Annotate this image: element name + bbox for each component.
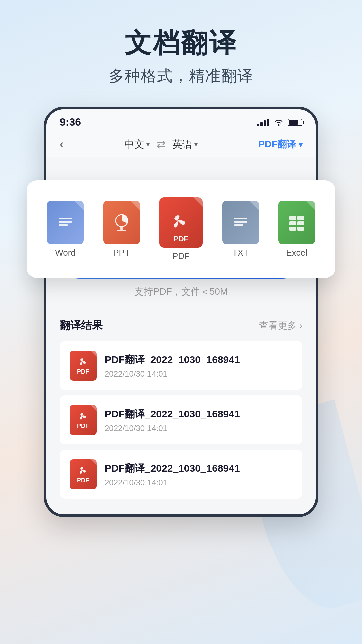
svg-rect-8 <box>234 221 247 223</box>
results-title: 翻译结果 <box>60 318 103 333</box>
svg-rect-7 <box>234 218 247 219</box>
status-bar: 9:36 <box>46 109 316 132</box>
result-name: PDF翻译_2022_1030_168941 <box>105 407 292 421</box>
pdf-label: PDF <box>172 251 190 261</box>
signal-icon <box>257 118 269 126</box>
svg-rect-3 <box>59 224 68 226</box>
txt-lines-icon <box>232 216 249 229</box>
back-button[interactable]: ‹ <box>60 137 64 151</box>
svg-rect-13 <box>297 221 304 225</box>
pdf-acrobat-icon <box>78 356 88 367</box>
result-name: PDF翻译_2022_1030_168941 <box>105 353 292 367</box>
svg-rect-12 <box>289 221 296 225</box>
result-item[interactable]: PDF PDF翻译_2022_1030_168941 2022/10/30 14… <box>60 395 302 444</box>
results-more-button[interactable]: 查看更多 › <box>259 319 302 332</box>
file-type-excel[interactable]: Excel <box>278 201 315 258</box>
nav-bar: ‹ 中文 ▾ ⇄ 英语 ▾ PDF翻译 ▾ <box>46 132 316 157</box>
signal-bar-2 <box>260 122 263 126</box>
status-time: 9:36 <box>60 116 81 128</box>
result-date: 2022/10/30 14:01 <box>105 424 292 433</box>
page-title: 文档翻译 <box>0 27 362 59</box>
word-icon-shape <box>47 201 84 244</box>
swap-icon[interactable]: ⇄ <box>157 138 166 151</box>
word-label: Word <box>55 248 76 258</box>
file-types-row: Word PPT <box>47 197 315 261</box>
battery-icon <box>288 119 302 126</box>
pdf-acrobat-icon <box>78 465 88 476</box>
target-lang-selector[interactable]: 英语 ▾ <box>172 138 198 151</box>
svg-rect-6 <box>117 230 126 231</box>
nav-action-button[interactable]: PDF翻译 ▾ <box>258 138 302 151</box>
pdf-icon-shape: PDF <box>159 197 203 248</box>
svg-rect-9 <box>234 224 243 226</box>
result-item[interactable]: PDF PDF翻译_2022_1030_168941 2022/10/30 14… <box>60 450 302 499</box>
file-type-txt[interactable]: TXT <box>222 201 259 258</box>
excel-grid-icon <box>287 213 307 232</box>
file-type-card: Word PPT <box>27 180 335 278</box>
pdf-badge: PDF <box>77 423 89 430</box>
target-lang-label: 英语 <box>172 138 192 151</box>
pdf-acrobat-icon <box>78 411 88 421</box>
ppt-label: PPT <box>113 248 130 258</box>
wifi-icon <box>274 119 284 126</box>
signal-bar-4 <box>267 119 269 126</box>
result-info: PDF翻译_2022_1030_168941 2022/10/30 14:01 <box>105 353 292 379</box>
signal-bar-1 <box>257 124 259 126</box>
svg-rect-1 <box>59 218 72 219</box>
top-section: 文档翻译 多种格式，精准翻译 <box>0 0 362 100</box>
pdf-badge: PDF <box>77 477 89 484</box>
ppt-chart-icon <box>112 213 132 232</box>
source-lang-label: 中文 <box>124 138 144 151</box>
result-pdf-icon: PDF <box>70 351 97 381</box>
battery-fill <box>289 120 298 125</box>
source-lang-selector[interactable]: 中文 ▾ <box>124 138 150 151</box>
svg-rect-14 <box>289 227 296 231</box>
file-type-ppt[interactable]: PPT <box>103 201 140 258</box>
result-pdf-icon: PDF <box>70 459 97 489</box>
excel-label: Excel <box>286 248 307 258</box>
result-info: PDF翻译_2022_1030_168941 2022/10/30 14:01 <box>105 462 292 487</box>
svg-rect-2 <box>59 221 72 223</box>
upload-hint: 支持PDF，文件＜50M <box>60 285 302 298</box>
pdf-symbol-icon <box>169 212 193 233</box>
word-lines-icon <box>57 216 74 229</box>
svg-rect-10 <box>289 216 296 220</box>
status-icons <box>257 118 302 126</box>
txt-label: TXT <box>232 248 249 258</box>
source-lang-arrow: ▾ <box>146 140 150 148</box>
nav-center: 中文 ▾ ⇄ 英语 ▾ <box>124 138 198 151</box>
result-date: 2022/10/30 14:01 <box>105 369 292 379</box>
target-lang-arrow: ▾ <box>194 140 198 148</box>
file-type-pdf[interactable]: PDF PDF <box>159 197 203 261</box>
results-section: 翻译结果 查看更多 › PDF PDF翻译_2022_1030_168941 2… <box>46 308 316 514</box>
phone-container: 9:36 <box>0 107 362 517</box>
result-date: 2022/10/30 14:01 <box>105 478 292 487</box>
result-item[interactable]: PDF PDF翻译_2022_1030_168941 2022/10/30 14… <box>60 341 302 390</box>
svg-rect-5 <box>120 227 123 230</box>
result-pdf-icon: PDF <box>70 405 97 435</box>
svg-rect-15 <box>297 227 304 231</box>
nav-action-arrow: ▾ <box>299 141 302 149</box>
pdf-badge: PDF <box>77 368 89 375</box>
result-name: PDF翻译_2022_1030_168941 <box>105 462 292 475</box>
file-type-word[interactable]: Word <box>47 201 84 258</box>
svg-rect-11 <box>297 216 304 220</box>
svg-point-0 <box>278 124 280 126</box>
excel-icon-shape <box>278 201 315 244</box>
result-info: PDF翻译_2022_1030_168941 2022/10/30 14:01 <box>105 407 292 433</box>
results-list: PDF PDF翻译_2022_1030_168941 2022/10/30 14… <box>60 341 302 499</box>
txt-icon-shape <box>222 201 259 244</box>
page-subtitle: 多种格式，精准翻译 <box>0 66 362 87</box>
signal-bar-3 <box>264 120 266 126</box>
ppt-icon-shape <box>103 201 140 244</box>
phone-mockup: 9:36 <box>44 107 318 517</box>
results-header: 翻译结果 查看更多 › <box>60 318 302 333</box>
